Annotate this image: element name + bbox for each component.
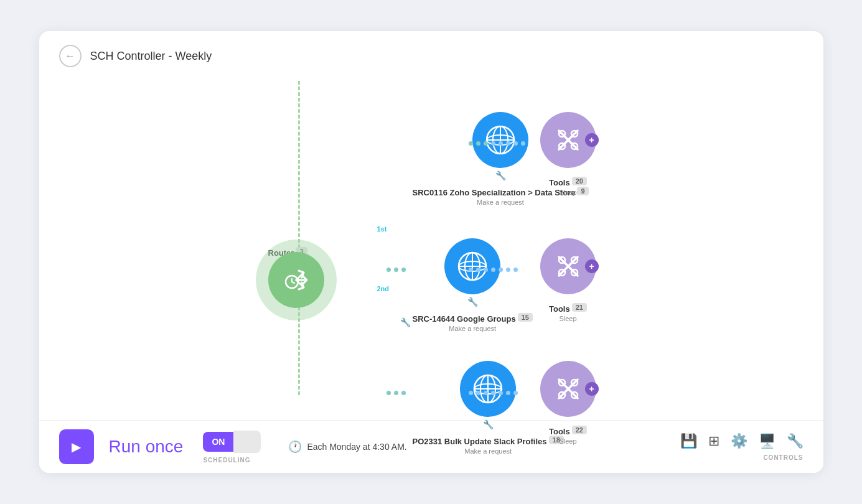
tools21-label: Tools <box>549 304 570 314</box>
tools20-plus: + <box>585 133 599 147</box>
src14644-node-group: 🔧 SRC-14644 Google Groups 15 Make a requ… <box>413 238 533 332</box>
connector-row3-left <box>386 391 406 395</box>
scheduling-section: ON SCHEDULING <box>203 431 261 464</box>
run-once-label: Run once <box>109 437 184 457</box>
tools22-label-row: Tools 22 <box>549 423 587 436</box>
layout-icon[interactable]: ⊞ <box>708 433 719 449</box>
connector-row2-left <box>386 268 406 272</box>
router-node[interactable] <box>268 252 324 308</box>
controls-label: CONTROLS <box>763 454 803 461</box>
src14644-label: SRC-14644 Google Groups <box>413 314 516 324</box>
controls-section: 💾 ⊞ ⚙️ 🖥️ 🔧 CONTROLS <box>680 433 803 461</box>
connector-row1 <box>469 141 525 146</box>
tools21-plus: + <box>585 259 599 273</box>
src14644-node[interactable] <box>444 238 500 294</box>
tools22-label: Tools <box>549 427 570 436</box>
src0116-wrench: 🔧 <box>495 170 506 180</box>
schedule-text: Each Monday at 4:30 AM. <box>307 442 406 452</box>
tools21-badge: 21 <box>572 303 587 312</box>
tools22-badge: 22 <box>572 426 587 434</box>
header: ← SCH Controller - Weekly <box>39 31 823 75</box>
monitor-icon[interactable]: 🖥️ <box>759 433 775 449</box>
po2331-sublabel: Make a request <box>464 447 512 455</box>
clock-icon: 🕐 <box>288 440 302 454</box>
tools22-plus: + <box>585 382 599 396</box>
src14644-label-row: SRC-14644 Google Groups 15 <box>413 310 533 324</box>
tools20-sublabel: Sleep <box>559 189 576 196</box>
router-outer <box>256 240 337 320</box>
save-icon[interactable]: 💾 <box>680 433 697 449</box>
tools21-label-row: Tools 21 <box>549 301 587 314</box>
tools20-node-group: + Tools 20 Sleep <box>540 112 596 196</box>
po2331-label: PO2331 Bulk Update Slack Profiles <box>413 437 547 446</box>
svg-line-17 <box>292 282 294 283</box>
scheduling-label: SCHEDULING <box>203 457 261 464</box>
on-label: ON <box>203 432 233 452</box>
src0116-node[interactable] <box>472 112 528 168</box>
tools21-sublabel: Sleep <box>559 315 576 322</box>
tools-ctrl-icon[interactable]: 🔧 <box>787 433 803 449</box>
tools20-label-row: Tools 20 <box>549 174 587 187</box>
connector-row2-right <box>469 268 518 272</box>
first-route-label: 1st <box>377 225 387 233</box>
tools21-node-group: + Tools 21 Sleep <box>540 238 596 322</box>
back-icon: ← <box>65 50 75 62</box>
src0116-sublabel: Make a request <box>477 198 524 206</box>
src14644-badge: 15 <box>518 313 533 322</box>
settings-icon[interactable]: ⚙️ <box>731 433 747 449</box>
schedule-time: 🕐 Each Monday at 4:30 AM. <box>288 440 406 454</box>
po2331-node[interactable] <box>460 361 516 417</box>
run-once-button[interactable]: ▶ <box>59 429 94 464</box>
tools20-label: Tools <box>549 178 570 187</box>
tools20-badge: 20 <box>572 177 587 185</box>
on-box <box>233 431 261 453</box>
controls-icons: 💾 ⊞ ⚙️ 🖥️ 🔧 <box>680 433 803 449</box>
tools22-sublabel: Sleep <box>559 437 576 445</box>
po2331-wrench: 🔧 <box>483 419 494 429</box>
back-button[interactable]: ← <box>59 45 82 67</box>
connector-row3-right <box>469 391 518 395</box>
router-group: Router 3 <box>256 240 307 258</box>
play-icon: ▶ <box>72 439 81 454</box>
src14644-sublabel: Make a request <box>449 325 496 332</box>
tools22-node-group: + Tools 22 Sleep <box>540 361 596 445</box>
canvas: 🔧 SRC0116 Zoho Specialization > Data Sto… <box>39 75 823 420</box>
main-card: ← SCH Controller - Weekly <box>39 31 823 473</box>
src14644-wrench: 🔧 <box>467 297 478 307</box>
on-toggle[interactable]: ON <box>203 431 261 453</box>
page-title: SCH Controller - Weekly <box>90 50 212 63</box>
second-route-label: 2nd <box>377 285 390 292</box>
row2-wrench-left: 🔧 <box>400 317 411 327</box>
